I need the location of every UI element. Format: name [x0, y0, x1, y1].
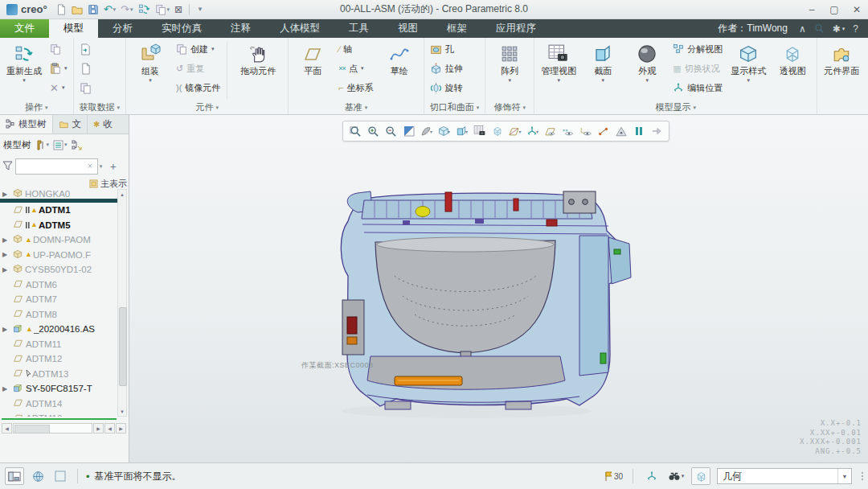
- group-label-modifiers[interactable]: 修饰符▾: [488, 101, 531, 114]
- window-switch-button[interactable]: ▾: [154, 2, 172, 17]
- pane-left-arrow[interactable]: ◀: [104, 423, 115, 434]
- perspective-button[interactable]: 透视图: [771, 39, 814, 76]
- tree-item[interactable]: ▶ ▲ ADTM13: [0, 367, 118, 382]
- scroll-up-arrow[interactable]: ▲: [118, 190, 126, 199]
- clear-search-icon[interactable]: ×: [88, 162, 92, 171]
- combobox-dropdown-icon[interactable]: ▼: [837, 469, 851, 483]
- resize-grip[interactable]: [862, 472, 863, 480]
- group-label-model-display[interactable]: 模型显示▾: [537, 101, 814, 114]
- expand-arrow-icon[interactable]: ▶: [2, 326, 7, 333]
- maximize-button[interactable]: ▢: [823, 1, 845, 18]
- web-browser-icon[interactable]: [29, 468, 47, 484]
- insert-here-line[interactable]: [2, 418, 117, 420]
- customize-toolbar-button[interactable]: ▼: [194, 2, 205, 17]
- scroll-down-arrow[interactable]: ▼: [118, 407, 126, 416]
- tree-item[interactable]: ▶ ▲ UP-PAOMO.F: [0, 248, 118, 263]
- group-label-datum[interactable]: 基准▾: [291, 101, 420, 114]
- pattern-button[interactable]: 阵列▾: [488, 39, 531, 84]
- tree-vertical-scrollbar[interactable]: ▲ ▼: [117, 189, 127, 417]
- tree-item[interactable]: ▶ ▲ HONGKA0: [0, 189, 118, 203]
- repeat-button[interactable]: ↺重复: [173, 59, 223, 78]
- tab-model-tree[interactable]: 模型树: [0, 115, 53, 134]
- undo-button[interactable]: ↶▾: [102, 2, 117, 17]
- mirror-component-button[interactable]: )(镜像元件: [173, 78, 223, 97]
- expand-arrow-icon[interactable]: ▶: [2, 266, 7, 273]
- import-button[interactable]: [76, 39, 95, 59]
- tab-favorites[interactable]: ✱ 收: [88, 115, 118, 134]
- expand-arrow-icon[interactable]: ▶: [2, 236, 7, 244]
- group-label-operations[interactable]: 操作▾: [2, 101, 71, 114]
- search-options-dropdown[interactable]: ▾: [100, 163, 103, 170]
- tree-filters-button[interactable]: ▾: [53, 140, 68, 150]
- toggle-status-button[interactable]: ▦切换状况: [669, 59, 726, 78]
- assemble-button[interactable]: 组装▾: [129, 39, 172, 84]
- tree-settings-button[interactable]: [72, 140, 83, 150]
- tree-item[interactable]: ▶ ▲ CYSB50YD1-02: [0, 262, 118, 277]
- display-style-button[interactable]: 显示样式▾: [727, 39, 770, 84]
- ribbon-tab[interactable]: 人体模型: [265, 19, 334, 38]
- expand-arrow-icon[interactable]: ▶: [2, 191, 7, 198]
- tree-item[interactable]: ▶ ▲ ADTM8: [0, 307, 118, 323]
- expand-arrow-icon[interactable]: ▶: [2, 385, 7, 392]
- graphics-area[interactable]: ▾ ▾ ▾ ▾ ▾ ××: [129, 115, 868, 462]
- ribbon-tab[interactable]: 分析: [98, 19, 147, 38]
- component-interface-button[interactable]: 元件界面: [820, 39, 863, 76]
- notifications-flag[interactable]: 30: [604, 471, 623, 482]
- selection-filter-combobox[interactable]: 几何 ▼: [717, 468, 852, 484]
- group-label-get-data[interactable]: 获取数据▾: [76, 101, 124, 114]
- tab-folder-browser[interactable]: 文: [53, 115, 88, 134]
- representation-label[interactable]: 主表示: [100, 178, 127, 190]
- close-button[interactable]: ✕: [845, 1, 868, 18]
- ribbon-tab[interactable]: 文件: [0, 19, 49, 38]
- ribbon-tab[interactable]: 注释: [216, 19, 265, 38]
- command-search-icon[interactable]: [814, 23, 825, 34]
- hscroll-track[interactable]: [13, 423, 92, 434]
- appearance-button[interactable]: 外观▾: [625, 39, 669, 84]
- tree-item[interactable]: ▶ ▲ ADTM12: [0, 351, 118, 367]
- tree-horizontal-scrollbar[interactable]: ◀ ▶ ◀ ▶: [2, 423, 126, 434]
- extrude-button[interactable]: 拉伸: [427, 59, 466, 78]
- filter-funnel-icon[interactable]: [2, 161, 13, 172]
- help-icon[interactable]: ?: [853, 23, 858, 35]
- find-icon[interactable]: ▾: [667, 468, 685, 484]
- hscroll-thumb[interactable]: [14, 425, 50, 434]
- paste-button[interactable]: ▾: [47, 59, 71, 78]
- expand-arrow-icon[interactable]: ▶: [2, 251, 7, 258]
- regenerate-button[interactable]: 重新生成 ▾: [2, 39, 46, 84]
- drag-component-button[interactable]: 拖动元件: [231, 39, 285, 76]
- tree-item[interactable]: ▶ ▲ _20200416.AS: [0, 322, 118, 337]
- tree-item[interactable]: ▶ ▲ ADTM16: [0, 411, 118, 417]
- ribbon-tab[interactable]: 工具: [334, 19, 383, 38]
- tree-item[interactable]: ▶ ▲ SY-50FC8157-T: [0, 381, 118, 397]
- delete-button[interactable]: ✕▾: [47, 78, 71, 97]
- tree-item[interactable]: ▶ ▲ ADTM6: [0, 277, 118, 293]
- group-label-model-intent[interactable]: 模型意图▾: [820, 101, 868, 114]
- publish-geometry-button[interactable]: 发布几何: [864, 39, 868, 76]
- shrinkwrap-button[interactable]: [76, 78, 95, 97]
- 3d-box-select-icon[interactable]: [691, 467, 710, 485]
- tree-item[interactable]: ▶ ▲ ADTM1: [0, 203, 118, 218]
- create-component-button[interactable]: 创建▾: [173, 39, 223, 59]
- ribbon-tab[interactable]: 应用程序: [481, 19, 551, 38]
- add-filter-button[interactable]: ＋: [108, 159, 118, 174]
- ribbon-tab[interactable]: 框架: [432, 19, 481, 38]
- pane-right-arrow[interactable]: ▶: [116, 423, 126, 434]
- ribbon-tab[interactable]: 实时仿真: [147, 19, 216, 38]
- save-button[interactable]: [86, 2, 100, 17]
- ribbon-tab[interactable]: 模型: [49, 19, 98, 38]
- copy-button[interactable]: [47, 39, 71, 59]
- revolve-button[interactable]: 旋转: [427, 78, 466, 97]
- edit-position-button[interactable]: 编辑位置: [669, 78, 726, 97]
- section-button[interactable]: 截面▾: [581, 39, 624, 84]
- regenerate-quick-button[interactable]: [137, 2, 152, 17]
- ribbon-options-icon[interactable]: ✱▾: [833, 23, 845, 35]
- regen-status-icon[interactable]: [643, 468, 661, 484]
- scroll-left-arrow[interactable]: ◀: [2, 423, 12, 434]
- tree-search-input[interactable]: [15, 158, 98, 175]
- sketch-button[interactable]: 草绘: [378, 39, 421, 76]
- group-label-component[interactable]: 元件▾: [129, 101, 285, 114]
- minimize-ribbon-icon[interactable]: ∧: [799, 23, 806, 35]
- accessory-window-icon[interactable]: [51, 468, 69, 484]
- user-defined-feature-button[interactable]: [76, 59, 95, 78]
- exploded-view-button[interactable]: 分解视图: [669, 39, 726, 59]
